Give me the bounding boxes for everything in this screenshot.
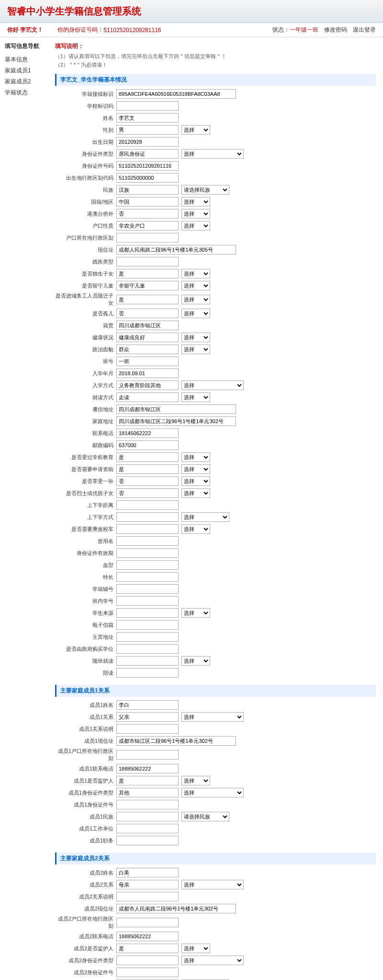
sidebar-item-3[interactable]: 学籍状态 <box>5 87 53 98</box>
input-m1-address[interactable] <box>116 736 236 746</box>
select-commute-mode[interactable]: 选择 <box>181 512 229 522</box>
select-ethnicity[interactable]: 请选择民族 <box>181 185 229 195</box>
input-hk-mo-tw[interactable] <box>116 209 179 219</box>
input-commute-distance[interactable] <box>116 500 179 510</box>
change-password-link[interactable]: 修改密码 <box>324 26 347 34</box>
select-hk-mo-tw[interactable]: 选择 <box>181 209 210 219</box>
input-birthdate[interactable] <box>116 137 179 147</box>
input-only-child[interactable] <box>116 269 179 278</box>
select-nationality[interactable]: 选择 <box>181 197 210 207</box>
select-school-bus[interactable]: 选择 <box>181 524 210 534</box>
select-m1-guardian[interactable]: 选择 <box>181 776 210 785</box>
select-left-behind[interactable]: 选择 <box>181 281 210 290</box>
input-enroll-method[interactable] <box>116 380 179 390</box>
input-school-bus[interactable] <box>116 524 179 534</box>
input-preschool[interactable] <box>116 452 179 462</box>
sidebar-item-1[interactable]: 家庭成员1 <box>5 65 53 76</box>
select-enroll-method[interactable]: 选择 <box>181 380 244 390</box>
input-class-student-no[interactable] <box>116 596 179 606</box>
input-m2-name[interactable] <box>116 868 179 877</box>
select-inclusive-edu[interactable]: 选择 <box>181 656 210 666</box>
select-m1-relation[interactable]: 选择 <box>181 712 244 722</box>
input-politics[interactable] <box>116 345 179 354</box>
input-reg-aux-no[interactable] <box>116 584 179 594</box>
select-martyr-child[interactable]: 选择 <box>181 488 210 498</box>
select-m2-id-type[interactable]: 选择 <box>181 956 244 965</box>
select-migrant-child[interactable]: 选择 <box>181 295 210 304</box>
input-m2-relation-desc[interactable] <box>116 892 179 901</box>
input-m2-id-no[interactable] <box>116 968 179 977</box>
input-m1-name[interactable] <box>116 700 179 710</box>
input-need-aid[interactable] <box>116 464 179 474</box>
select-orphan[interactable]: 选择 <box>181 309 210 318</box>
input-subsidy[interactable] <box>116 476 179 486</box>
input-m2-id-type[interactable] <box>116 956 179 965</box>
input-blood-type[interactable] <box>116 560 179 570</box>
input-m1-relation[interactable] <box>116 712 179 722</box>
input-phone[interactable] <box>116 428 179 438</box>
sidebar-item-2[interactable]: 家庭成员2 <box>5 76 53 87</box>
input-m2-guardian[interactable] <box>116 944 179 953</box>
input-mail-address[interactable] <box>116 404 236 414</box>
input-postcode[interactable] <box>116 440 179 450</box>
select-subsidy[interactable]: 选择 <box>181 476 210 486</box>
select-preschool[interactable]: 选择 <box>181 452 210 462</box>
input-gov-purchase[interactable] <box>116 644 179 654</box>
input-reg-id[interactable] <box>116 89 236 99</box>
input-m1-ethnicity[interactable] <box>116 812 179 821</box>
select-student-source[interactable]: 选择 <box>181 608 210 618</box>
input-m1-phone[interactable] <box>116 764 179 773</box>
select-gender[interactable]: 选择 <box>181 125 210 135</box>
input-m2-phone[interactable] <box>116 932 179 941</box>
input-m1-hukou[interactable] <box>116 750 179 760</box>
input-inclusive-edu[interactable] <box>116 656 179 666</box>
input-native-place[interactable] <box>116 321 179 330</box>
input-orphan[interactable] <box>116 309 179 318</box>
input-nationality[interactable] <box>116 197 179 207</box>
input-martyr-child[interactable] <box>116 488 179 498</box>
input-m1-id-type[interactable] <box>116 788 179 797</box>
input-hukou-region[interactable] <box>116 233 179 242</box>
select-only-child[interactable]: 选择 <box>181 269 210 278</box>
select-health[interactable]: 选择 <box>181 333 210 342</box>
input-former-name[interactable] <box>116 536 179 546</box>
input-class-no[interactable] <box>116 357 179 366</box>
input-address[interactable] <box>116 245 236 254</box>
input-m2-relation[interactable] <box>116 880 179 889</box>
select-m1-ethnicity[interactable]: 请选择民族 <box>181 812 229 821</box>
input-m2-hukou[interactable] <box>116 918 179 927</box>
input-enroll-date[interactable] <box>116 369 179 378</box>
input-commute-mode[interactable] <box>116 512 179 522</box>
input-m1-id-no[interactable] <box>116 800 179 809</box>
input-hukou-type[interactable] <box>116 221 179 231</box>
input-m1-position[interactable] <box>116 836 179 845</box>
input-study-mode[interactable] <box>116 392 179 402</box>
select-m2-guardian[interactable]: 选择 <box>181 944 210 953</box>
input-homepage[interactable] <box>116 632 179 642</box>
input-school-code[interactable] <box>116 101 179 111</box>
input-m1-employer[interactable] <box>116 824 179 833</box>
input-id-type[interactable] <box>116 149 179 159</box>
input-disability-type[interactable] <box>116 257 179 266</box>
input-m1-guardian[interactable] <box>116 776 179 785</box>
input-gender[interactable] <box>116 125 179 135</box>
input-left-behind[interactable] <box>116 281 179 290</box>
logout-link[interactable]: 退出登录 <box>353 26 376 34</box>
select-politics[interactable]: 选择 <box>181 345 210 354</box>
input-accompany[interactable] <box>116 668 179 678</box>
input-id-validity[interactable] <box>116 548 179 558</box>
select-need-aid[interactable]: 选择 <box>181 464 210 474</box>
select-study-mode[interactable]: 选择 <box>181 392 210 402</box>
select-id-type[interactable]: 选择 <box>181 149 244 159</box>
input-student-source[interactable] <box>116 608 179 618</box>
input-birth-region-code[interactable] <box>116 173 179 183</box>
input-migrant-child[interactable] <box>116 295 179 304</box>
input-specialty[interactable] <box>116 572 179 582</box>
select-m2-relation[interactable]: 选择 <box>181 880 244 889</box>
input-health[interactable] <box>116 333 179 342</box>
input-ethnicity[interactable] <box>116 185 179 195</box>
input-id-number[interactable] <box>116 161 179 171</box>
input-m2-address[interactable] <box>116 904 236 913</box>
sidebar-item-0[interactable]: 基本信息 <box>5 54 53 65</box>
select-hukou-type[interactable]: 选择 <box>181 221 210 231</box>
